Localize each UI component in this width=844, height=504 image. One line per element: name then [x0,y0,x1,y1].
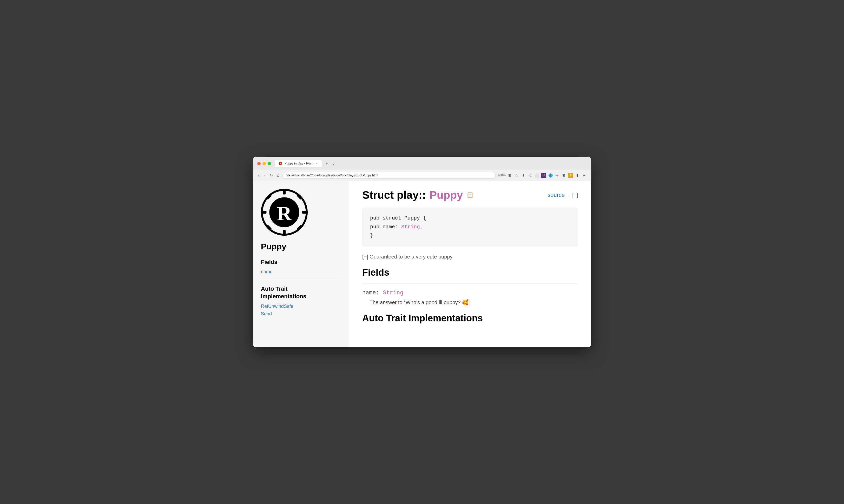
main-content: Struct play::Puppy 📋 source · [−] pub st… [349,181,591,347]
sidebar: R Puppy Fields name Auto Trait Implement… [253,181,349,347]
svg-point-20 [298,226,301,229]
svg-point-14 [283,232,286,235]
title-bar-top: R Puppy in play - Rust × + ⌄ [257,160,587,167]
tab-favicon: R [278,161,283,165]
tab-close-button[interactable]: × [315,162,318,165]
code-line1: pub struct Puppy { [370,215,426,221]
svg-point-18 [298,195,301,198]
sidebar-fields-title: Fields [261,259,341,266]
menu-icon[interactable]: ≡ [581,173,587,178]
home-button[interactable]: ⌂ [276,172,281,179]
extension-grid-icon[interactable]: ⊟ [561,173,567,178]
svg-point-13 [283,190,286,192]
field-signature: name: String [362,290,578,296]
struct-title-prefix: Struct play:: [362,189,426,201]
download-icon[interactable]: ⬇ [521,173,526,178]
tab-label: Puppy in play - Rust [285,162,312,165]
struct-heading: Struct play::Puppy 📋 source · [−] [362,189,578,201]
collapse-button[interactable]: [−] [571,192,578,198]
source-link[interactable]: source [547,192,565,198]
field-type: String [383,290,403,296]
svg-point-19 [267,226,270,229]
struct-title-name: Puppy [430,189,463,201]
extension-pen-icon[interactable]: ✏ [555,173,560,178]
page-content: R Puppy Fields name Auto Trait Implement… [253,181,591,347]
svg-point-16 [304,211,307,214]
svg-point-15 [262,211,264,214]
code-type-string: String [401,224,420,230]
rust-logo: R [261,189,308,236]
fields-divider [362,283,578,284]
minimize-button[interactable] [263,162,266,165]
active-tab[interactable]: R Puppy in play - Rust × [275,160,322,167]
zoom-level: 200% [498,174,506,177]
svg-point-17 [267,195,270,198]
browser-window: R Puppy in play - Rust × + ⌄ ‹ › ↻ ⌂ 200… [253,157,591,347]
struct-title: Struct play::Puppy 📋 [362,189,473,201]
extension-globe-icon[interactable]: 🌐 [548,173,553,178]
code-line2-end: , [420,224,423,230]
copy-url-icon[interactable]: ⊞ [507,173,513,178]
traffic-lights [257,162,271,165]
tab-bar: R Puppy in play - Rust × + ⌄ [275,160,335,167]
maximize-button[interactable] [268,162,271,165]
sidebar-link-send[interactable]: Send [261,311,341,317]
share-icon[interactable]: ⬆ [575,173,580,178]
forward-button[interactable]: › [263,172,266,179]
close-button[interactable] [257,162,261,165]
code-line2-prefix: pub name: [370,224,401,230]
code-line3: } [370,233,373,239]
sidebar-struct-name: Puppy [261,242,341,251]
print-icon[interactable]: 🖨 [527,173,533,178]
new-tab-button[interactable]: + [323,160,330,167]
sidebar-link-name[interactable]: name [261,269,341,275]
bookmark-icon[interactable]: ☆ [514,173,519,178]
sidebar-link-refunwindsafe[interactable]: RefUnwindSafe [261,304,341,309]
toolbar-icons: 200% ⊞ ☆ ⬇ 🖨 ⬜ U 🌐 ✏ ⊟ B ⬆ ≡ [498,173,587,178]
screenshot-icon[interactable]: ⬜ [534,173,539,178]
profile-icon[interactable]: B [568,173,573,178]
address-input[interactable] [283,172,496,179]
code-block: pub struct Puppy { pub name: String, } [362,208,578,247]
field-name-prefix: name: [362,290,383,296]
refresh-button[interactable]: ↻ [268,172,274,179]
sidebar-auto-trait-title: Auto Trait Implementations [261,285,341,300]
sidebar-divider [261,280,341,280]
auto-trait-heading: Auto Trait Implementations [362,313,578,324]
section-toggle[interactable]: [−] Guaranteed to be a very cute puppy [362,254,578,260]
back-button[interactable]: ‹ [257,172,261,179]
heading-actions: source · [−] [547,192,578,198]
address-bar: ‹ › ↻ ⌂ 200% ⊞ ☆ ⬇ 🖨 ⬜ U 🌐 ✏ ⊟ B ⬆ ≡ [253,170,591,181]
svg-text:R: R [277,202,292,225]
heading-separator: · [567,192,569,198]
fields-heading: Fields [362,267,578,278]
svg-text:R: R [280,163,281,164]
field-description: The answer to “Who’s a good lil puppy? 🥰… [370,299,578,306]
section-toggle-label: [−] Guaranteed to be a very cute puppy [362,254,452,260]
copy-heading-icon[interactable]: 📋 [466,192,473,198]
extension-u-icon[interactable]: U [541,173,546,178]
tab-list-button[interactable]: ⌄ [331,161,335,166]
title-bar: R Puppy in play - Rust × + ⌄ [253,157,591,170]
